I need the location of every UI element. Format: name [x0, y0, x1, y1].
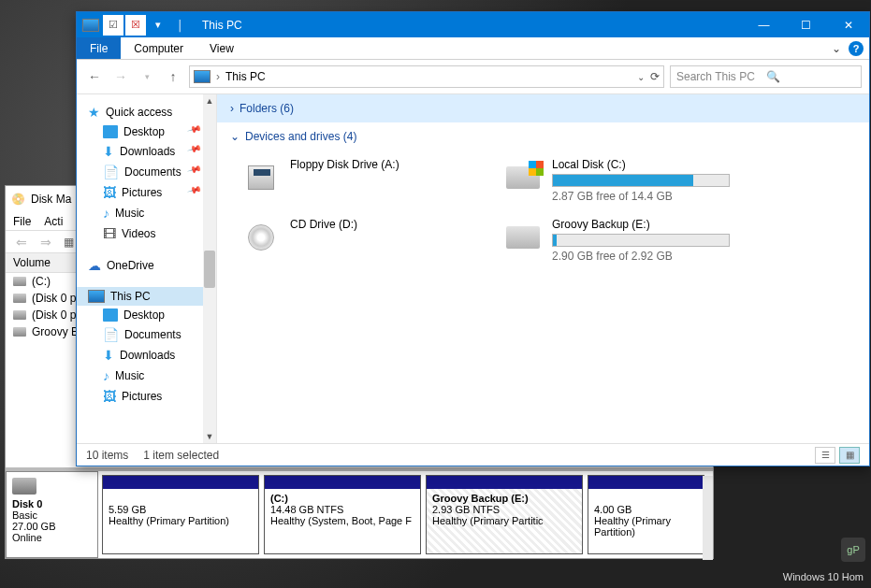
explorer-titlebar[interactable]: ☑ ☒ ▾ │ This PC — ☐ ✕: [77, 12, 869, 37]
dm-back-icon: ⇐: [11, 232, 32, 252]
dm-disk-label[interactable]: Disk 0 Basic 27.00 GB Online: [6, 471, 98, 558]
address-path-input[interactable]: › This PC ⌄ ⟳: [189, 65, 664, 88]
video-icon: 🎞: [103, 226, 116, 241]
scroll-down-icon[interactable]: ▼: [206, 432, 214, 441]
search-input[interactable]: Search This PC 🔍: [670, 65, 862, 88]
ribbon-tab-computer[interactable]: Computer: [121, 37, 196, 59]
nav-this-pc[interactable]: This PC: [77, 287, 216, 306]
hdd-icon: [503, 218, 543, 257]
qat-newfolder-icon[interactable]: ☒: [125, 15, 146, 36]
pc-icon[interactable]: [80, 15, 101, 36]
minimize-button[interactable]: —: [743, 12, 785, 37]
nav-quick-access[interactable]: ★Quick access: [77, 102, 216, 122]
volume-icon: [13, 277, 26, 286]
nav-pc-pictures[interactable]: 🖼Pictures: [77, 386, 216, 407]
volume-icon: [13, 310, 26, 320]
nav-desktop[interactable]: Desktop📌: [77, 122, 216, 141]
document-icon: 📄: [103, 327, 119, 342]
scroll-up-icon[interactable]: ▲: [206, 96, 214, 106]
refresh-icon[interactable]: ⟳: [650, 70, 660, 83]
dm-scrollbar[interactable]: [703, 476, 713, 560]
cd-icon: [241, 218, 281, 257]
navpane-scrollbar[interactable]: ▲ ▼: [203, 94, 216, 443]
group-devices[interactable]: ⌄Devices and drives (4): [217, 122, 869, 151]
view-tiles-button[interactable]: ▦: [839, 447, 860, 464]
nav-recent-dropdown[interactable]: ▾: [137, 66, 157, 87]
part-status: Healthy (Primary Partitic: [432, 515, 544, 526]
document-icon: 📄: [103, 165, 119, 179]
drive-floppy[interactable]: Floppy Disk Drive (A:): [241, 158, 475, 203]
drive-label: CD Drive (D:): [290, 218, 475, 231]
part-status: Healthy (System, Boot, Page F: [270, 515, 412, 526]
dm-vol-label: Groovy B: [32, 325, 79, 338]
nav-pc-music[interactable]: ♪Music: [77, 366, 216, 386]
dm-partition[interactable]: 4.00 GB Healthy (Primary Partition): [588, 475, 704, 554]
hdd-icon: [503, 158, 543, 197]
qat-dropdown-icon[interactable]: ▾: [148, 15, 168, 36]
drive-backup-e[interactable]: Groovy Backup (E:) 2.90 GB free of 2.92 …: [503, 218, 737, 263]
content-pane: ›Folders (6) ⌄Devices and drives (4) Flo…: [217, 94, 869, 443]
dm-partition[interactable]: (C:) 14.48 GB NTFS Healthy (System, Boot…: [264, 475, 421, 554]
group-label: Devices and drives (4): [245, 130, 356, 143]
partition-band: [588, 476, 704, 489]
nav-pc-documents[interactable]: 📄Documents: [77, 324, 216, 345]
dm-partition-selected[interactable]: Groovy Backup (E:) 2.93 GB NTFS Healthy …: [426, 475, 583, 554]
nav-downloads[interactable]: ⬇Downloads📌: [77, 141, 216, 162]
drive-local-c[interactable]: Local Disk (C:) 2.87 GB free of 14.4 GB: [503, 158, 737, 203]
desktop-icon: [103, 308, 118, 322]
dm-partition[interactable]: 5.59 GB Healthy (Primary Partition): [102, 475, 259, 554]
chevron-down-icon: ⌄: [230, 130, 240, 143]
ribbon-tab-file[interactable]: File: [77, 37, 121, 59]
part-size: 2.93 GB NTFS: [432, 504, 500, 515]
maximize-button[interactable]: ☐: [785, 12, 827, 37]
nav-pc-downloads[interactable]: ⬇Downloads: [77, 345, 216, 366]
status-item-count: 10 items: [86, 449, 128, 462]
disk-icon: [12, 478, 36, 495]
dm-fwd-icon: ⇒: [36, 232, 56, 252]
nav-label: Downloads: [120, 349, 175, 362]
part-status: Healthy (Primary Partition): [594, 515, 671, 538]
view-details-button[interactable]: ☰: [815, 447, 835, 464]
nav-onedrive[interactable]: ☁OneDrive: [77, 255, 216, 276]
dm-menu-action[interactable]: Acti: [44, 215, 63, 228]
breadcrumb[interactable]: This PC: [225, 70, 266, 83]
ribbon: File Computer View ⌄ ?: [77, 37, 869, 60]
group-folders[interactable]: ›Folders (6): [217, 94, 869, 122]
dm-disk-size: 27.00 GB: [12, 521, 55, 532]
floppy-icon: [241, 158, 281, 197]
gp-badge: gP: [841, 538, 865, 562]
nav-documents[interactable]: 📄Documents📌: [77, 162, 216, 182]
nav-back-button[interactable]: ←: [84, 66, 105, 87]
nav-label: Downloads: [120, 145, 175, 158]
nav-videos[interactable]: 🎞Videos: [77, 223, 216, 244]
chevron-right-icon: ›: [230, 102, 234, 115]
status-selection: 1 item selected: [143, 449, 219, 462]
ribbon-expand-icon[interactable]: ⌄: [832, 42, 841, 55]
dm-tool-icon[interactable]: ▦: [60, 234, 77, 251]
address-dropdown-icon[interactable]: ⌄: [637, 72, 645, 82]
nav-up-button[interactable]: ↑: [163, 66, 183, 87]
explorer-window: ☑ ☒ ▾ │ This PC — ☐ ✕ File Computer View…: [76, 11, 870, 466]
scroll-thumb[interactable]: [204, 251, 215, 288]
nav-label: OneDrive: [107, 259, 154, 272]
drive-cd[interactable]: CD Drive (D:): [241, 218, 475, 263]
pc-icon: [194, 70, 210, 83]
volume-icon: [13, 294, 26, 303]
dm-menu-file[interactable]: File: [13, 215, 31, 228]
nav-pc-desktop[interactable]: Desktop: [77, 306, 216, 324]
capacity-bar: [552, 234, 730, 247]
part-size: 4.00 GB: [594, 504, 631, 515]
part-title: (C:): [270, 493, 288, 504]
help-icon[interactable]: ?: [849, 41, 864, 56]
close-button[interactable]: ✕: [827, 12, 869, 37]
partition-band: [103, 476, 258, 489]
ribbon-tab-view[interactable]: View: [196, 37, 247, 59]
nav-pictures[interactable]: 🖼Pictures📌: [77, 182, 216, 203]
partition-band: [265, 476, 420, 489]
address-bar: ← → ▾ ↑ › This PC ⌄ ⟳ Search This PC 🔍: [77, 60, 869, 94]
qat-properties-icon[interactable]: ☑: [103, 15, 123, 36]
nav-music[interactable]: ♪Music: [77, 203, 216, 223]
pictures-icon: 🖼: [103, 389, 116, 404]
dm-disk-type: Basic: [12, 509, 37, 521]
drive-subtext: 2.87 GB free of 14.4 GB: [552, 190, 737, 203]
